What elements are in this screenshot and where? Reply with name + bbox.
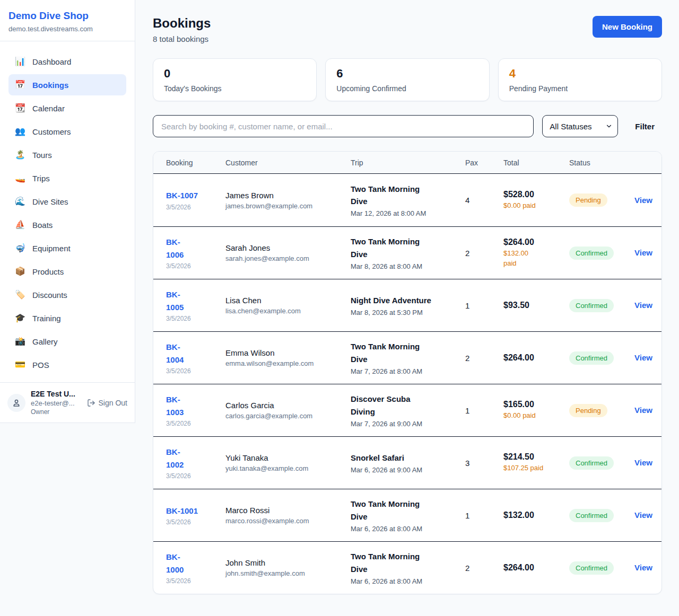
sailboat-icon: ⛵ bbox=[15, 221, 27, 229]
page-header: Bookings 8 total bookings New Booking bbox=[153, 16, 662, 43]
customer-name: James Brown bbox=[225, 191, 343, 200]
customer-name: Sarah Jones bbox=[225, 243, 343, 252]
customer-cell: Sarah Jones sarah.jones@example.com bbox=[225, 243, 351, 262]
sidebar-item-label: Boats bbox=[32, 221, 53, 230]
speedboat-icon: 🚤 bbox=[15, 174, 27, 182]
main-content: Bookings 8 total bookings New Booking 0 … bbox=[136, 0, 679, 609]
trip-cell: Two Tank Morning Dive Mar 6, 2026 at 8:0… bbox=[351, 550, 465, 585]
sidebar-item-dashboard[interactable]: 📊 Dashboard bbox=[8, 51, 126, 72]
sidebar-item-products[interactable]: 📦 Products bbox=[8, 261, 126, 282]
column-header-trip: Trip bbox=[351, 159, 465, 167]
actions-cell: View bbox=[634, 458, 660, 468]
user-role: Owner bbox=[31, 408, 75, 416]
status-badge: Confirmed bbox=[569, 509, 614, 522]
actions-cell: View bbox=[634, 511, 660, 520]
sign-out-label: Sign Out bbox=[99, 399, 127, 407]
search-input[interactable] bbox=[153, 115, 534, 137]
amount-paid: $0.00 paid bbox=[503, 411, 562, 421]
sign-out-button[interactable]: Sign Out bbox=[87, 399, 127, 407]
total-cell: $93.50 bbox=[503, 301, 569, 310]
sidebar-item-tours[interactable]: 🏝️ Tours bbox=[8, 144, 126, 165]
customer-email: james.brown@example.com bbox=[225, 202, 343, 210]
bar-chart-icon: 📊 bbox=[15, 57, 27, 66]
sidebar-item-label: Customers bbox=[32, 127, 71, 136]
booking-date: 3/5/2026 bbox=[166, 420, 218, 427]
credit-card-icon: 💳 bbox=[15, 360, 27, 369]
wave-icon: 🌊 bbox=[15, 197, 27, 206]
sidebar-item-equipment[interactable]: 🤿 Equipment bbox=[8, 237, 126, 259]
total-cell: $132.00 bbox=[503, 511, 569, 520]
user-panel: E2E Test U... e2e-tester@... Owner Sign … bbox=[0, 382, 135, 423]
pax-value: 3 bbox=[465, 459, 503, 468]
sidebar: Demo Dive Shop demo.test.divestreams.com… bbox=[0, 0, 135, 423]
sidebar-item-dive-sites[interactable]: 🌊 Dive Sites bbox=[8, 191, 126, 212]
status-cell: Confirmed bbox=[569, 247, 634, 260]
trip-datetime: Mar 6, 2026 at 8:00 AM bbox=[351, 577, 458, 585]
sidebar-item-label: Dashboard bbox=[32, 57, 71, 66]
sidebar-header: Demo Dive Shop demo.test.divestreams.com bbox=[0, 0, 135, 41]
total-amount: $264.00 bbox=[503, 237, 562, 247]
page-subtitle: 8 total bookings bbox=[153, 34, 211, 43]
booking-date: 3/5/2026 bbox=[166, 262, 218, 270]
view-link[interactable]: View bbox=[634, 563, 652, 572]
sidebar-item-label: Products bbox=[32, 267, 64, 276]
booking-cell: BK- 1003 3/5/2026 bbox=[166, 393, 225, 427]
actions-cell: View bbox=[634, 353, 660, 363]
trip-datetime: Mar 8, 2026 at 5:30 PM bbox=[351, 309, 458, 316]
view-link[interactable]: View bbox=[634, 353, 652, 362]
booking-id-link[interactable]: BK- 1002 bbox=[166, 446, 184, 471]
sidebar-item-label: Training bbox=[32, 314, 61, 323]
booking-id-link[interactable]: BK- 1005 bbox=[166, 288, 184, 313]
sidebar-item-trips[interactable]: 🚤 Trips bbox=[8, 168, 126, 189]
table-header-row: Booking Customer Trip Pax Total Status bbox=[153, 152, 661, 174]
view-link[interactable]: View bbox=[634, 511, 652, 520]
sidebar-item-bookings[interactable]: 📅 Bookings bbox=[8, 74, 126, 95]
booking-cell: BK- 1006 3/5/2026 bbox=[166, 236, 225, 270]
filter-button[interactable]: Filter bbox=[628, 117, 662, 136]
trip-cell: Two Tank Morning Dive Mar 8, 2026 at 8:0… bbox=[351, 235, 465, 270]
sidebar-item-training[interactable]: 🎓 Training bbox=[8, 307, 126, 329]
booking-id-link[interactable]: BK- 1000 bbox=[166, 551, 184, 576]
customer-name: Emma Wilson bbox=[225, 348, 343, 357]
sidebar-item-gallery[interactable]: 📸 Gallery bbox=[8, 331, 126, 352]
sidebar-item-label: Bookings bbox=[32, 81, 68, 90]
trip-name: Two Tank Morning Dive bbox=[351, 550, 458, 575]
sidebar-item-calendar[interactable]: 📆 Calendar bbox=[8, 98, 126, 119]
status-filter-select[interactable]: All Statuses bbox=[542, 115, 618, 137]
view-link[interactable]: View bbox=[634, 248, 652, 257]
customer-cell: Marco Rossi marco.rossi@example.com bbox=[225, 506, 351, 525]
view-link[interactable]: View bbox=[634, 301, 652, 310]
trip-name: Two Tank Morning Dive bbox=[351, 183, 458, 208]
booking-id-link[interactable]: BK-1007 bbox=[166, 189, 198, 201]
sidebar-item-discounts[interactable]: 🏷️ Discounts bbox=[8, 284, 126, 305]
pax-value: 1 bbox=[465, 301, 503, 310]
amount-paid: $107.25 paid bbox=[503, 463, 562, 473]
sidebar-item-label: Discounts bbox=[32, 291, 67, 300]
sidebar-item-pos[interactable]: 💳 POS bbox=[8, 354, 126, 375]
view-link[interactable]: View bbox=[634, 406, 652, 415]
customer-email: sarah.jones@example.com bbox=[225, 254, 343, 262]
total-amount: $264.00 bbox=[503, 353, 562, 363]
customer-email: lisa.chen@example.com bbox=[225, 307, 343, 315]
status-cell: Pending bbox=[569, 404, 634, 417]
booking-id-link[interactable]: BK- 1004 bbox=[166, 341, 184, 366]
stat-value: 4 bbox=[509, 67, 651, 81]
island-icon: 🏝️ bbox=[15, 151, 27, 159]
view-link[interactable]: View bbox=[634, 196, 652, 205]
new-booking-button[interactable]: New Booking bbox=[593, 16, 662, 38]
view-link[interactable]: View bbox=[634, 458, 652, 467]
booking-id-link[interactable]: BK-1001 bbox=[166, 505, 198, 517]
amount-paid: $132.00 paid bbox=[503, 249, 562, 269]
booking-id-link[interactable]: BK- 1003 bbox=[166, 393, 184, 418]
booking-date: 3/5/2026 bbox=[166, 518, 218, 526]
booking-date: 3/5/2026 bbox=[166, 315, 218, 322]
total-cell: $165.00 $0.00 paid bbox=[503, 400, 569, 421]
pax-value: 1 bbox=[465, 406, 503, 415]
customer-email: marco.rossi@example.com bbox=[225, 517, 343, 525]
booking-id-link[interactable]: BK- 1006 bbox=[166, 236, 184, 261]
user-info: E2E Test U... e2e-tester@... Owner bbox=[31, 390, 75, 416]
sidebar-item-boats[interactable]: ⛵ Boats bbox=[8, 214, 126, 235]
camera-icon: 📸 bbox=[15, 337, 27, 346]
sidebar-item-customers[interactable]: 👥 Customers bbox=[8, 121, 126, 142]
table-body: BK-1007 3/5/2026 James Brown james.brown… bbox=[153, 174, 661, 594]
